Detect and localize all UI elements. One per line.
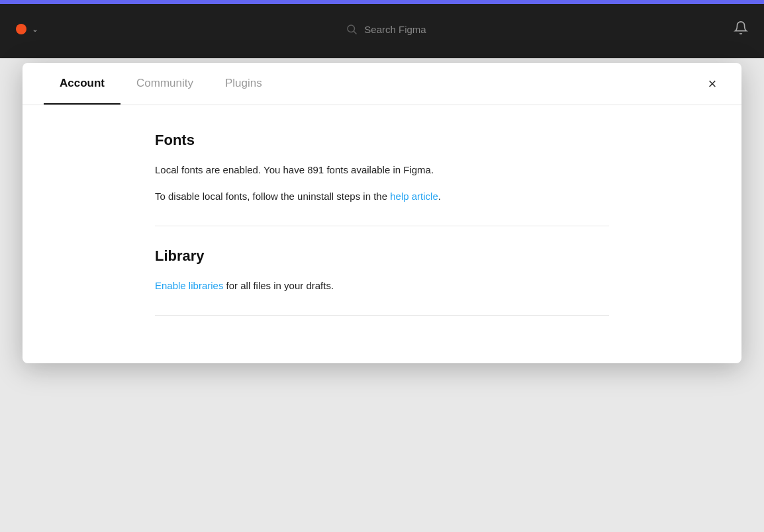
divider-2 <box>155 315 609 316</box>
enable-libraries-link[interactable]: Enable libraries <box>155 280 223 291</box>
tab-account[interactable]: Account <box>44 64 120 105</box>
fonts-disable-text: To disable local fonts, follow the unins… <box>155 189 609 204</box>
fonts-section-title: Fonts <box>155 132 609 149</box>
library-description: Enable libraries for all files in your d… <box>155 278 609 294</box>
library-section: Library Enable libraries for all files i… <box>155 247 609 294</box>
tab-plugins[interactable]: Plugins <box>209 64 278 105</box>
divider-1 <box>155 226 609 226</box>
tab-community[interactable]: Community <box>120 64 209 105</box>
tab-list: Account Community Plugins <box>44 64 720 104</box>
help-article-link[interactable]: help article <box>390 191 438 202</box>
fonts-section: Fonts Local fonts are enabled. You have … <box>155 132 609 204</box>
modal-body: Fonts Local fonts are enabled. You have … <box>23 105 741 363</box>
fonts-description: Local fonts are enabled. You have 891 fo… <box>155 162 609 178</box>
library-section-title: Library <box>155 247 609 265</box>
modal-header: Account Community Plugins × <box>23 63 741 105</box>
modal-overlay: Account Community Plugins × Fonts Local … <box>0 0 764 532</box>
settings-modal: Account Community Plugins × Fonts Local … <box>23 63 741 363</box>
close-button[interactable]: × <box>702 73 723 95</box>
